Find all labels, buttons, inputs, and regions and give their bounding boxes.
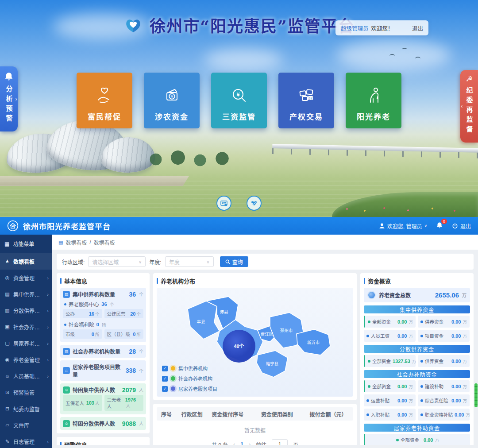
sidebar-item-dashboard[interactable]: ★ 数据看板 [0, 253, 52, 270]
breadcrumb-second[interactable]: 数据看板 [94, 239, 115, 246]
notification-bell[interactable]: 0 [436, 222, 443, 230]
panel-title: 预警信息 [60, 440, 146, 445]
search-button[interactable]: 查询 [220, 256, 248, 267]
fund-cell: 全部资金0.00万 [364, 434, 470, 445]
section-header-homecare-subsidy: 居家养老补助资金 [364, 424, 470, 432]
sidebar-item-log-management[interactable]: ✎ 日志管理 › [0, 433, 52, 448]
bird [402, 48, 407, 52]
logout-button[interactable]: 退出 [452, 222, 471, 230]
title-bar-icon [157, 278, 158, 284]
heart-badge[interactable] [247, 196, 262, 211]
bell-badge: 0 [441, 219, 447, 224]
breadcrumb-separator: / [89, 239, 91, 245]
alert-screen-icon: ⊡ [4, 390, 10, 395]
pin-icon [171, 366, 175, 371]
breadcrumb-first[interactable]: 数据看板 [66, 239, 87, 246]
col-allocation-no: 资金拨付序号 [207, 410, 257, 418]
tile-label: 产权交易 [289, 111, 323, 122]
next-page-button[interactable]: › [249, 441, 251, 445]
legend-homecare-projects[interactable]: ✓ 居家养老服务项目 [162, 385, 217, 392]
analysis-warning-tab[interactable]: 分析预警 › [0, 66, 18, 131]
checkbox-checked-icon[interactable]: ✓ [162, 386, 168, 392]
star-icon: ★ [4, 259, 10, 264]
section-header-decentralized: 分散供养资金 [364, 345, 470, 353]
filter-bar: 行政区域: 请选择区域 ∨ 年度: 年度 ∨ 查询 [57, 254, 474, 270]
chevron-right-icon: › [47, 275, 49, 281]
year-select[interactable]: 年度 ∨ [165, 256, 214, 267]
chevron-right-icon: › [15, 96, 17, 102]
user-icon [379, 223, 385, 229]
sidebar-item-home-care-projects[interactable]: ▢ 居家养老服务项目 › [0, 335, 52, 351]
coin-icon: ◉ [4, 357, 10, 363]
building-mini-icon: ▥ [63, 348, 70, 355]
bird [415, 57, 420, 61]
tile-label: 富民帮促 [88, 111, 121, 122]
caret-down-icon: ∨ [424, 224, 427, 228]
breadcrumb: ▤ 数据看板 / 数据看板 [52, 235, 478, 250]
sidebar-item-warning-supervision[interactable]: ⊡ 预警监管 [0, 384, 52, 401]
sidebar-item-discipline-supervision[interactable]: ⊟ 纪委再监督 [0, 401, 52, 417]
goto-page-input[interactable] [272, 439, 288, 445]
sidebar-item-centralized-funds[interactable]: ▤ 集中供养资金 › [0, 286, 52, 302]
map-bubble-label: 40个 [234, 343, 244, 349]
empty-state-text: 暂无数据 [157, 421, 353, 438]
id-card-badge[interactable] [216, 196, 231, 211]
sub-stat: 区（县）级 0所 [104, 329, 144, 339]
basic-info-panel: 基本信息 ▤ 集中供养机构数量 36 个 [57, 273, 150, 433]
col-amount: 拨付金额（元） [305, 410, 349, 418]
tile-chanquan-jiaoyi[interactable]: 交易 产权交易 [278, 73, 334, 128]
blocks-trade-icon: 交易 [297, 86, 316, 105]
xuzhou-map: 丰县 沛县 贾汪区 邳州市 新沂市 睢宁县 40个 [157, 288, 353, 397]
col-usage-type: 资金使用类别 [257, 410, 305, 418]
search-icon [225, 259, 230, 264]
stat-card-homecare-projects: ⌂ 居家养老服务项目数量 338 个 [60, 360, 146, 381]
svg-text:¥: ¥ [170, 94, 173, 99]
sidebar-item-decentralized-funds[interactable]: ▥ 分散供养资金 › [0, 302, 52, 319]
power-icon [452, 223, 458, 229]
sidebar-item-private-institutions[interactable]: ▣ 社会办养老机构 › [0, 319, 52, 335]
checkbox-checked-icon[interactable]: ✓ [162, 366, 168, 371]
building-icon: ▣ [4, 324, 10, 330]
table-header-row: 序号 行政区划 资金拨付序号 资金使用类别 拨付金额（元） 拨付日期 [157, 407, 353, 421]
sub-stat: 市级 0所 [63, 329, 102, 339]
fund-cell: 运营补贴0.00万 [364, 394, 416, 406]
cloud [204, 49, 283, 71]
region-select[interactable]: 请选择区域 ∨ [88, 256, 146, 267]
sidebar-item-fund-management[interactable]: ◎ 资金管理 › [0, 270, 52, 286]
fund-allocation-table-panel: 序号 行政区划 资金拨付序号 资金使用类别 拨付金额（元） 拨付日期 暂无数据 … [153, 404, 357, 445]
legend-centralized-institutions[interactable]: ✓ 集中供养机构 [162, 365, 217, 372]
caret-down-icon: ∨ [139, 259, 142, 264]
fund-cell: 全部资金0.00万 [364, 316, 416, 328]
discipline-supervision-label: 纪委再监督 [465, 87, 474, 135]
scrollbar-thumb[interactable] [474, 383, 478, 407]
bell-icon [4, 72, 14, 81]
folder-icon: ▥ [4, 308, 10, 313]
discipline-supervision-tab[interactable]: ☭ 纪委再监督 ‹ [460, 70, 478, 143]
prev-page-button[interactable]: ‹ [233, 441, 235, 445]
sidebar-item-personnel-info[interactable]: ☺ 人员基础信息 › [0, 368, 52, 384]
checkbox-checked-icon[interactable]: ✓ [162, 376, 168, 382]
tile-sanzi-jianguan[interactable]: ¥ 三资监管 [211, 73, 267, 128]
analysis-warning-label: 分析预警 [4, 85, 14, 124]
tile-shenong-zijin[interactable]: ¥ 涉农资金 [144, 73, 200, 128]
elder-icon [364, 86, 383, 105]
portal-logout-link[interactable]: 退出 [412, 24, 423, 32]
sidebar-item-file-library[interactable]: ▱ 文件库 [0, 417, 52, 433]
menu-header: ▦ 功能菜单 [0, 235, 52, 253]
legend-private-institutions[interactable]: ✓ 社会办养老机构 [162, 375, 217, 382]
total-count: 共 0 条 [212, 441, 228, 445]
section-header-centralized: 集中供养资金 [364, 305, 470, 313]
home-mini-icon: ⌂ [63, 367, 70, 374]
heart-icon [250, 199, 258, 207]
fund-cell: 综合责任险0.00万 [418, 394, 470, 406]
tile-fumin-bangcu[interactable]: 富民帮促 [77, 73, 132, 128]
document-icon: ▤ [58, 239, 63, 245]
chevron-right-icon: › [47, 341, 49, 346]
treeline [147, 146, 240, 169]
user-menu[interactable]: 欢迎您, 管理员 ∨ [379, 222, 427, 230]
tile-yangguang-yanglao[interactable]: 阳光养老 [346, 73, 401, 128]
fund-cell: 职业资格补贴0.00万 [418, 409, 470, 421]
sidebar-item-pension-management[interactable]: ◉ 养老金管理 › [0, 351, 52, 368]
page-number[interactable]: 1 [240, 441, 243, 445]
fund-cell: 人员工资0.00万 [364, 330, 416, 342]
